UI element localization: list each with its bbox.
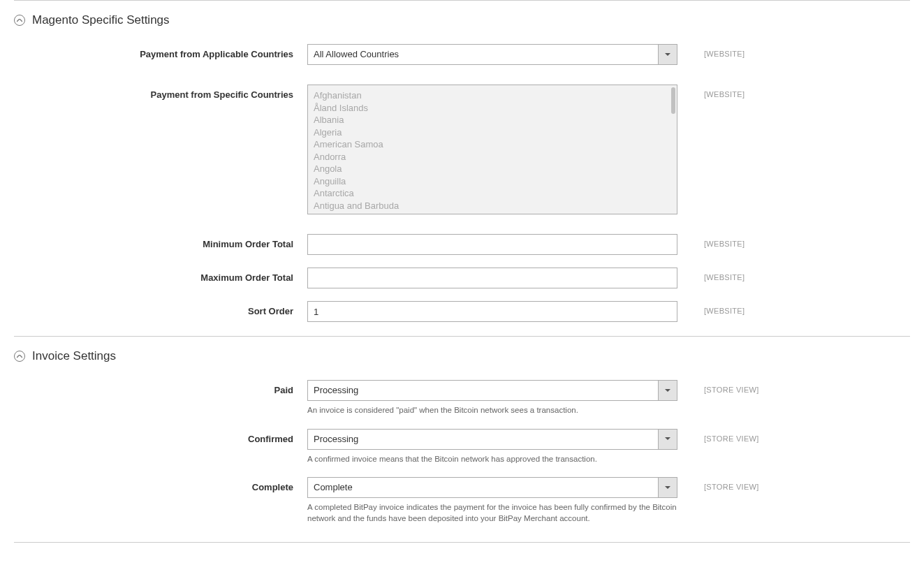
- list-item[interactable]: American Samoa: [308, 138, 677, 151]
- section-header-invoice[interactable]: Invoice Settings: [14, 337, 910, 373]
- chevron-up-icon: [14, 351, 25, 362]
- select-value: Processing: [307, 429, 658, 450]
- field-label: Payment from Specific Countries: [14, 85, 307, 100]
- field-label: Maximum Order Total: [14, 268, 307, 283]
- field-note: A completed BitPay invoice indicates the…: [307, 498, 677, 524]
- list-item[interactable]: Algeria: [308, 126, 677, 139]
- list-item[interactable]: Angola: [308, 163, 677, 175]
- scope-label: [WEBSITE]: [677, 301, 782, 315]
- list-item[interactable]: Åland Islands: [308, 102, 677, 115]
- field-label: Minimum Order Total: [14, 234, 307, 249]
- bottom-divider: [14, 542, 910, 543]
- sort-order-input[interactable]: [307, 301, 677, 322]
- complete-select[interactable]: Complete: [307, 477, 677, 498]
- select-value: All Allowed Countries: [307, 44, 658, 65]
- list-item[interactable]: Anguilla: [308, 175, 677, 188]
- max-order-input[interactable]: [307, 268, 677, 288]
- chevron-down-icon: [658, 429, 677, 450]
- section-body-invoice: Paid Processing An invoice is considered…: [14, 373, 910, 542]
- field-paid: Paid Processing An invoice is considered…: [14, 380, 910, 416]
- section-title: Magento Specific Settings: [32, 13, 170, 27]
- scope-label: [STORE VIEW]: [677, 429, 782, 443]
- scope-label: [STORE VIEW]: [677, 477, 782, 491]
- field-min-order-total: Minimum Order Total [WEBSITE]: [14, 234, 910, 255]
- list-item[interactable]: Albania: [308, 114, 677, 126]
- list-item[interactable]: Afghanistan: [308, 89, 677, 102]
- field-label: Paid: [14, 380, 307, 395]
- scope-label: [WEBSITE]: [677, 234, 782, 248]
- field-label: Payment from Applicable Countries: [14, 44, 307, 59]
- chevron-down-icon: [658, 44, 677, 65]
- section-title: Invoice Settings: [32, 349, 116, 363]
- field-label: Complete: [14, 477, 307, 492]
- field-confirmed: Confirmed Processing A confirmed invoice…: [14, 429, 910, 465]
- chevron-up-icon: [14, 15, 25, 26]
- field-note: A confirmed invoice means that the Bitco…: [307, 450, 677, 465]
- section-magento-settings: Magento Specific Settings Payment from A…: [14, 1, 910, 336]
- list-item[interactable]: Antarctica: [308, 187, 677, 200]
- select-value: Processing: [307, 380, 658, 401]
- list-item[interactable]: Andorra: [308, 151, 677, 163]
- section-body-magento: Payment from Applicable Countries All Al…: [14, 37, 910, 336]
- paid-select[interactable]: Processing: [307, 380, 677, 401]
- applicable-countries-select[interactable]: All Allowed Countries: [307, 44, 677, 65]
- field-complete: Complete Complete A completed BitPay inv…: [14, 477, 910, 524]
- field-label: Sort Order: [14, 301, 307, 316]
- chevron-down-icon: [658, 380, 677, 401]
- select-value: Complete: [307, 477, 658, 498]
- field-note: An invoice is considered "paid" when the…: [307, 401, 677, 416]
- field-label: Confirmed: [14, 429, 307, 444]
- specific-countries-multiselect[interactable]: Afghanistan Åland Islands Albania Algeri…: [307, 85, 677, 214]
- scope-label: [WEBSITE]: [677, 85, 782, 98]
- scope-label: [STORE VIEW]: [677, 380, 782, 394]
- chevron-down-icon: [658, 477, 677, 498]
- confirmed-select[interactable]: Processing: [307, 429, 677, 450]
- section-header-magento[interactable]: Magento Specific Settings: [14, 1, 910, 37]
- scrollbar-thumb[interactable]: [671, 87, 675, 114]
- min-order-input[interactable]: [307, 234, 677, 255]
- list-item[interactable]: Antigua and Barbuda: [308, 200, 677, 212]
- field-max-order-total: Maximum Order Total [WEBSITE]: [14, 268, 910, 288]
- scope-label: [WEBSITE]: [677, 44, 782, 58]
- scope-label: [WEBSITE]: [677, 268, 782, 281]
- field-sort-order: Sort Order [WEBSITE]: [14, 301, 910, 322]
- field-applicable-countries: Payment from Applicable Countries All Al…: [14, 44, 910, 65]
- section-invoice-settings: Invoice Settings Paid Processing An invo…: [14, 337, 910, 542]
- field-specific-countries: Payment from Specific Countries Afghanis…: [14, 85, 910, 214]
